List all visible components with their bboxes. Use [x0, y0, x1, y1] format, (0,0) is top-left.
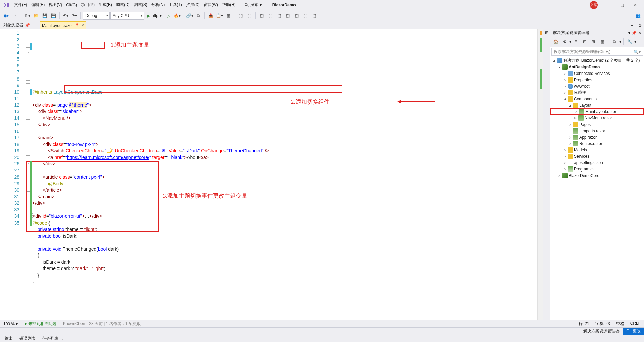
menu-git[interactable]: Git(G) — [64, 1, 79, 9]
tb-icon-1[interactable]: ⧉ — [194, 12, 202, 20]
tb-sol-4[interactable]: ▦ — [598, 38, 606, 46]
tree-node[interactable]: Services — [550, 153, 644, 159]
dropdown-icon[interactable]: ▾ — [628, 31, 630, 35]
back-button[interactable]: ◉▾ — [2, 12, 10, 20]
pin-icon[interactable]: 📌 — [632, 31, 637, 35]
wrench-icon[interactable]: 🔧 — [626, 38, 634, 46]
tab-git-changes[interactable]: Git 更改 — [623, 328, 644, 335]
settings-gear-icon[interactable]: ⚙ — [636, 21, 644, 30]
tab-solution-explorer[interactable]: 解决方案资源管理器 — [580, 328, 623, 335]
tb-icon-6[interactable]: ⬚ — [245, 12, 253, 20]
menu-build[interactable]: 生成(B) — [97, 1, 114, 9]
tree-node[interactable]: AntDesignDemo — [550, 64, 644, 70]
close-icon[interactable]: ✕ — [638, 31, 641, 35]
save-icon[interactable]: 💾 — [41, 12, 49, 20]
tb-icon-13[interactable]: ⬚ — [310, 12, 318, 20]
indent-mode[interactable]: 空格 — [616, 321, 624, 327]
tab-error-list[interactable]: 错误列表 — [17, 335, 38, 342]
tree-node[interactable]: MainLayout.razor — [550, 108, 644, 115]
sync-icon[interactable]: ⟲ — [560, 38, 569, 46]
maximize-button[interactable]: ▢ — [615, 0, 629, 10]
redo-button[interactable]: ↷▾ — [70, 12, 78, 20]
line-number-gutter: 1234567891011121314151617181920262728293… — [0, 29, 25, 320]
tb-icon-8[interactable]: ⬚ — [266, 12, 274, 20]
live-share-icon[interactable]: 👥 — [634, 12, 642, 20]
tb-icon-10[interactable]: ⬚ — [284, 12, 292, 20]
menu-project[interactable]: 项目(P) — [79, 1, 97, 9]
tb-sol-2[interactable]: ⊡ — [581, 38, 589, 46]
menu-debug[interactable]: 调试(D) — [114, 1, 132, 9]
tree-node[interactable]: Program.cs — [550, 166, 644, 172]
pin-icon[interactable]: 📌 — [25, 23, 30, 28]
tree-node[interactable]: Components — [550, 96, 644, 102]
undo-button[interactable]: ↶▾ — [62, 12, 70, 20]
expand-icon[interactable]: ⊞ — [545, 30, 548, 35]
close-button[interactable]: ✕ — [629, 0, 642, 10]
tb-sol-1[interactable]: ⊟ — [572, 38, 580, 46]
tree-node[interactable]: _Imports.razor — [550, 128, 644, 134]
tb-icon-5[interactable]: ⬚ — [236, 12, 245, 20]
issues-text[interactable]: 未找到相关问题 — [28, 321, 56, 326]
save-all-icon[interactable]: 💾 — [49, 12, 57, 20]
menu-view[interactable]: 视图(V) — [47, 1, 64, 9]
tree-node[interactable]: wwwroot — [550, 83, 644, 89]
tree-node[interactable]: BlazorDemoCore — [550, 172, 644, 179]
home-icon[interactable]: 🏠 — [552, 38, 560, 46]
tb-icon-11[interactable]: ⬚ — [292, 12, 301, 20]
object-browser-tab[interactable]: 对象浏览器 📌 — [0, 21, 33, 29]
menu-tools[interactable]: 工具(T) — [167, 1, 184, 9]
code-area[interactable]: 1.添加主题变量 2.添加切换组件 3.添加主题切换事件更改主题变量 @inhe… — [32, 29, 537, 320]
tb-icon-4[interactable]: ▦ — [224, 12, 232, 20]
close-tab-icon[interactable]: ✕ — [81, 23, 84, 28]
start-debug-button[interactable]: ▶http ▾ — [145, 13, 164, 18]
doc-tab-dropdown-icon[interactable]: ▾ — [628, 21, 636, 30]
tb-icon-12[interactable]: ⬚ — [301, 12, 309, 20]
editor-status-bar: 100 % ▾ ● 未找到相关问题 KnownChen，28 天前 | 1 名作… — [0, 320, 644, 327]
tb-sol-5[interactable]: ⧉ — [610, 38, 619, 46]
tab-task-list[interactable]: 任务列表 ... — [40, 335, 65, 342]
menu-edit[interactable]: 编辑(E) — [29, 1, 47, 9]
tree-node[interactable]: Properties — [550, 77, 644, 83]
tree-node[interactable]: Routes.razor — [550, 140, 644, 147]
vertical-scrollbar[interactable] — [537, 29, 543, 320]
tree-node[interactable]: 解决方案 'BlazorDemo' (2 个项目，共 2 个) — [550, 57, 644, 64]
dock-row: 对象浏览器 📌 MainLayout.razor 📍 ✕ ▾ ⚙ — [0, 21, 644, 29]
browser-link-icon[interactable]: 🔗▾ — [185, 12, 194, 20]
line-ending[interactable]: CRLF — [630, 321, 641, 327]
menu-file[interactable]: 文件(F) — [12, 1, 29, 9]
menu-test[interactable]: 测试(S) — [132, 1, 149, 9]
tree-node[interactable]: Layout — [550, 102, 644, 108]
solution-tree[interactable]: 解决方案 'BlazorDemo' (2 个项目，共 2 个)AntDesign… — [550, 57, 644, 320]
menu-window[interactable]: 窗口(W) — [202, 1, 220, 9]
forward-button[interactable]: → — [11, 12, 19, 20]
config-combo[interactable]: Debug — [83, 12, 110, 20]
start-nodebug-button[interactable]: ▷ — [164, 12, 172, 20]
tree-node[interactable]: App.razor — [550, 134, 644, 140]
platform-combo[interactable]: Any CPU — [110, 12, 144, 20]
menu-help[interactable]: 帮助(H) — [220, 1, 238, 9]
menu-extensions[interactable]: 扩展(X) — [184, 1, 202, 9]
menu-analyze[interactable]: 分析(N) — [149, 1, 167, 9]
hot-reload-icon[interactable]: 🔥▾ — [173, 12, 181, 20]
pin-icon[interactable]: 📍 — [75, 23, 79, 27]
tb-sol-3[interactable]: ⊞ — [589, 38, 597, 46]
minimize-button[interactable]: ─ — [602, 0, 615, 10]
tb-icon-2[interactable]: 📥 — [207, 12, 215, 20]
new-project-icon[interactable]: 🗎▾ — [23, 12, 31, 20]
open-icon[interactable]: 📂 — [32, 12, 40, 20]
solution-search[interactable]: 搜索解决方案资源管理器(Ctrl+;) 🔍▾ — [551, 48, 643, 56]
tab-output[interactable]: 输出 — [2, 335, 15, 342]
tree-node[interactable]: Connected Services — [550, 70, 644, 77]
tree-node[interactable]: 依赖项 — [550, 89, 644, 96]
search-button[interactable]: 搜索 ▾ — [242, 1, 264, 8]
tree-node[interactable]: appsettings.json — [550, 159, 644, 166]
tb-icon-7[interactable]: ⬚ — [258, 12, 266, 20]
tree-node[interactable]: Pages — [550, 121, 644, 128]
user-avatar[interactable]: 文陈 — [590, 1, 598, 9]
tb-icon-9[interactable]: ⬚ — [275, 12, 283, 20]
document-tab-active[interactable]: MainLayout.razor 📍 ✕ — [40, 21, 86, 29]
tb-icon-3[interactable]: 📋▾ — [215, 12, 223, 20]
tree-node[interactable]: Models — [550, 147, 644, 153]
zoom-level[interactable]: 100 % — [3, 322, 15, 326]
tree-node[interactable]: NavMenu.razor — [550, 115, 644, 121]
